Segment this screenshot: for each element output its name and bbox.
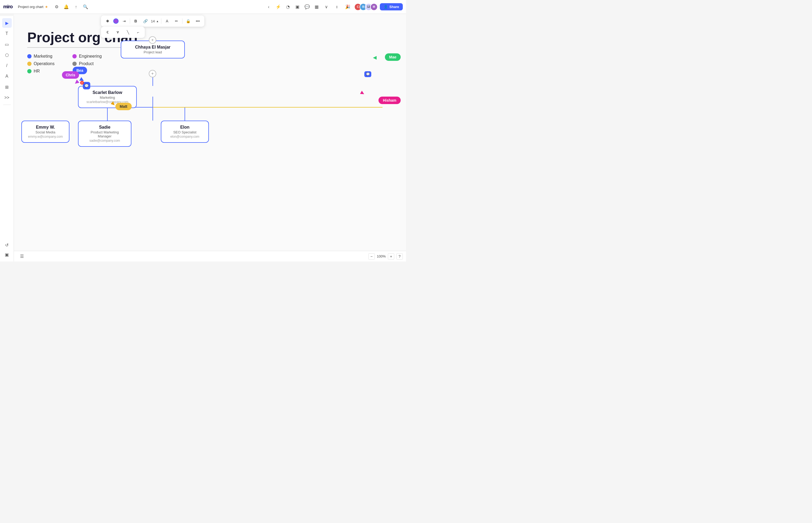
shapes-tool[interactable]: ⬡ bbox=[2, 50, 12, 60]
more-tools[interactable]: >> bbox=[2, 93, 12, 103]
st-corner[interactable]: ⌐ bbox=[134, 28, 142, 36]
ft-highlight[interactable]: ✏ bbox=[173, 17, 180, 25]
pen-tool[interactable]: / bbox=[2, 61, 12, 70]
node-elon-dept: SEO Specialist bbox=[167, 130, 203, 134]
font-size-value: 14 bbox=[151, 19, 155, 23]
share-icon: 👤 bbox=[383, 5, 388, 9]
cursor-chris-label: Chris bbox=[66, 73, 75, 77]
undo-tool[interactable]: ↺ bbox=[2, 240, 12, 250]
grid-icon[interactable]: ▦ bbox=[312, 3, 321, 11]
upload-icon[interactable]: ↑ bbox=[72, 3, 80, 11]
ft-spacing[interactable]: ⇥ bbox=[120, 17, 128, 25]
settings-icon[interactable]: ⚙ bbox=[52, 3, 61, 11]
panel-button[interactable]: ☰ bbox=[17, 252, 27, 261]
ft-divider-2 bbox=[161, 18, 161, 24]
node-chhaya-name: Chhaya El Masjar bbox=[126, 45, 179, 50]
bell-icon[interactable]: 🔔 bbox=[62, 3, 70, 11]
legend-hr: HR bbox=[27, 69, 56, 74]
text-tool[interactable]: T bbox=[2, 29, 12, 38]
right-tool-icons: ‹ ⚡ ◔ ▣ 💬 ▦ ∨ bbox=[264, 3, 331, 11]
clock-icon[interactable]: ◔ bbox=[284, 3, 292, 11]
node-emmy[interactable]: Emmy W. Social Media emmy.w@company.com bbox=[21, 121, 69, 143]
comment-badge-scarlet[interactable]: 💬 bbox=[83, 82, 90, 89]
node-scarlet-name: Scarlet Barlow bbox=[84, 90, 131, 95]
topbar: miro Project org chart ★ ⚙ 🔔 ↑ 🔍 ‹ ⚡ ◔ ▣… bbox=[0, 0, 406, 14]
node-chhaya-title: Project lead bbox=[126, 50, 179, 54]
ft-bold[interactable]: B bbox=[132, 17, 140, 25]
cursor-chris: Chris bbox=[62, 71, 79, 79]
nav-back-icon[interactable]: ‹ bbox=[264, 3, 273, 11]
legend-engineering: Engineering bbox=[72, 54, 102, 59]
cursor-hisham-arrow: ▶ bbox=[360, 89, 366, 96]
zoom-controls: − 100% + ? bbox=[368, 253, 403, 259]
zoom-out-button[interactable]: − bbox=[368, 253, 375, 259]
st-currency[interactable]: € bbox=[104, 28, 111, 36]
legend-product: Product bbox=[72, 61, 102, 66]
topbar-right: ‹ ⚡ ◔ ▣ 💬 ▦ ∨ ⫿ 🎉 C B 12 M 👤 Share bbox=[264, 3, 403, 11]
more-icon[interactable]: ∨ bbox=[322, 3, 331, 11]
ft-more[interactable]: ••• bbox=[194, 17, 202, 25]
cursor-mae-arrow: ▶ bbox=[373, 55, 377, 61]
ft-divider-1 bbox=[130, 18, 130, 24]
share-label: Share bbox=[390, 5, 399, 9]
topbar-icons: ⚙ 🔔 ↑ 🔍 bbox=[52, 3, 90, 11]
legend: Marketing Engineering Operations Product… bbox=[27, 54, 102, 74]
ft-asterisk[interactable]: ✱ bbox=[104, 17, 111, 25]
legend-label-engineering: Engineering bbox=[79, 54, 102, 59]
add-node-above-root[interactable]: + bbox=[149, 36, 156, 44]
legend-dot-hr bbox=[27, 69, 32, 73]
zoom-in-button[interactable]: + bbox=[388, 253, 394, 259]
left-toolbar: ▶ T ▭ ⬡ / A ⊞ >> ↺ ▣ bbox=[0, 16, 14, 262]
cursor-tool[interactable]: ▶ bbox=[2, 18, 12, 28]
legend-marketing: Marketing bbox=[27, 54, 56, 59]
frame-tool[interactable]: ⊞ bbox=[2, 82, 12, 92]
ft-font-size: 14 ▲ bbox=[151, 17, 159, 25]
screen-icon[interactable]: ▣ bbox=[293, 3, 302, 11]
cursor-mae-label: Mae bbox=[389, 55, 396, 59]
cursor-hisham-label: Hisham bbox=[383, 98, 396, 103]
search-icon[interactable]: 🔍 bbox=[81, 3, 90, 11]
legend-dot-product bbox=[72, 62, 77, 66]
legend-operations: Operations bbox=[27, 61, 56, 66]
cursor-matt: Matt bbox=[115, 103, 132, 110]
add-node-below-root[interactable]: + bbox=[149, 70, 156, 77]
ft-lock[interactable]: 🔒 bbox=[184, 17, 192, 25]
ft-link[interactable]: 🔗 bbox=[141, 17, 149, 25]
cursor-hisham: Hisham bbox=[379, 96, 401, 104]
zoom-level: 100% bbox=[377, 254, 386, 258]
letter-tool[interactable]: A bbox=[2, 72, 12, 81]
floating-toolbar: ✱ ⇥ B 🔗 14 ▲ A ✏ 🔒 ••• bbox=[101, 16, 204, 27]
node-elon-email: elon@company.com bbox=[167, 135, 203, 139]
org-chart-connectors bbox=[14, 14, 406, 262]
help-button[interactable]: ? bbox=[396, 253, 403, 259]
bottombar: ☰ − 100% + ? bbox=[14, 251, 406, 262]
share-button[interactable]: 👤 Share bbox=[380, 3, 403, 11]
node-emmy-email: emmy.w@company.com bbox=[27, 135, 64, 139]
legend-label-product: Product bbox=[79, 61, 93, 66]
party-icon[interactable]: 🎉 bbox=[344, 3, 352, 11]
st-line[interactable]: ╲ bbox=[124, 28, 132, 36]
sticky-tool[interactable]: ▭ bbox=[2, 39, 12, 49]
font-size-up[interactable]: ▲ bbox=[155, 17, 159, 25]
comment-icon-right[interactable]: 💬 bbox=[364, 71, 371, 77]
node-sadie-dept: Product Marketing Manager bbox=[84, 130, 125, 138]
document-title: Project org chart bbox=[18, 5, 43, 9]
panel-toggle[interactable]: ▣ bbox=[2, 250, 12, 259]
node-emmy-dept: Social Media bbox=[27, 130, 64, 134]
collaborator-avatars: C B 12 M bbox=[354, 3, 378, 11]
legend-dot-operations bbox=[27, 62, 32, 66]
ft-text-color[interactable]: A bbox=[163, 17, 171, 25]
comment-icon[interactable]: 💬 bbox=[303, 3, 311, 11]
filter-icon[interactable]: ⫿ bbox=[333, 3, 341, 11]
app-logo: miro bbox=[3, 4, 13, 10]
star-icon[interactable]: ★ bbox=[45, 5, 48, 9]
toolbar-bottom: ↺ ▣ bbox=[2, 240, 12, 259]
document-title-tab[interactable]: Project org chart ★ bbox=[16, 4, 50, 10]
node-sadie[interactable]: Sadie Product Marketing Manager sadie@co… bbox=[78, 121, 132, 147]
ft-color-picker[interactable] bbox=[113, 18, 119, 24]
node-emmy-name: Emmy W. bbox=[27, 125, 64, 130]
node-elon[interactable]: Elon SEO Specialist elon@company.com bbox=[161, 121, 209, 143]
bolt-icon[interactable]: ⚡ bbox=[274, 3, 282, 11]
st-chart[interactable]: ⛛ bbox=[114, 28, 122, 36]
legend-dot-marketing bbox=[27, 54, 32, 58]
